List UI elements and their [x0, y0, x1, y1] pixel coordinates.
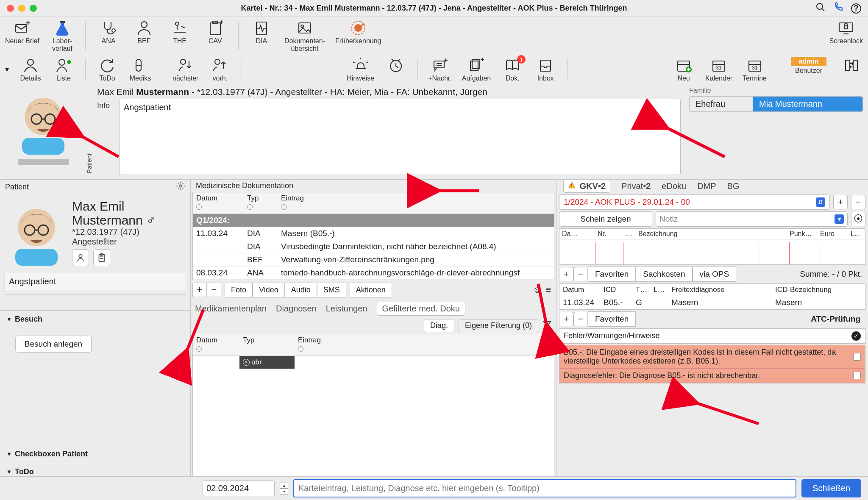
diagnose-remove-button[interactable]: −	[573, 312, 588, 326]
col-punkte[interactable]: Punk…	[787, 229, 818, 239]
col-t[interactable]: T…	[632, 284, 650, 296]
table-row[interactable]: 11.03.24 B05.- G Masern Masern	[559, 296, 865, 309]
leistung-add-button[interactable]: +	[559, 267, 573, 281]
radio-icon[interactable]	[196, 346, 202, 352]
notiz-input[interactable]: Notiz▾	[656, 211, 848, 227]
doc-grid-body[interactable]: Q1/2024: 11.03.24DIAMasern (B05.-) DIAVi…	[193, 214, 554, 280]
foto-button[interactable]: Foto	[225, 283, 253, 297]
tab-edoku[interactable]: eDoku	[662, 181, 686, 191]
tab-leistungen[interactable]: Leistungen	[326, 304, 367, 314]
termine-button[interactable]: 31Termine	[743, 57, 767, 82]
radio-icon[interactable]	[281, 204, 287, 210]
via-ops-button[interactable]: via OPS	[693, 267, 737, 282]
besuch-anlegen-button[interactable]: Besuch anlegen	[15, 336, 92, 353]
the-button[interactable]: THE	[167, 19, 192, 45]
bef-button[interactable]: BEF	[131, 19, 157, 45]
col-bezeichnung[interactable]: Bezeichnung	[636, 229, 787, 239]
atc-pruefung-label[interactable]: ATC-Prüfung	[811, 314, 865, 324]
audio-button[interactable]: Audio	[285, 283, 317, 297]
case-remove-button[interactable]: −	[851, 195, 865, 209]
favoriten-button[interactable]: Favoriten	[588, 267, 636, 282]
col-le[interactable]: Le…	[848, 229, 865, 239]
notiz-extra-button[interactable]: ⦿	[851, 212, 865, 226]
kalender-button[interactable]: 31Kalender	[705, 57, 732, 82]
accordion-besuch[interactable]: ▾Besuch	[0, 310, 190, 328]
clock-button[interactable]	[384, 57, 407, 82]
radio-icon[interactable]	[196, 204, 202, 210]
favoriten2-button[interactable]: Favoriten	[588, 311, 636, 327]
leistung-remove-button[interactable]: −	[573, 267, 588, 281]
lines-icon[interactable]: ≡	[545, 284, 551, 295]
schein-zeigen-button[interactable]: Schein zeigen	[559, 211, 652, 227]
chevron-down-icon[interactable]: ▾	[5, 65, 9, 74]
hinweise-button[interactable]: Hinweise	[347, 57, 374, 82]
dok-button[interactable]: 1Dok.	[501, 57, 524, 82]
date-stepper[interactable]: ▴▾	[280, 483, 288, 494]
neu-button[interactable]: Neu	[672, 57, 695, 82]
table-row[interactable]: DIAVirusbedingte Darminfektion, nicht nä…	[193, 240, 554, 253]
col-eintrag[interactable]: Eintrag	[281, 194, 304, 202]
quick-entry-input[interactable]	[293, 479, 796, 497]
family-member-link[interactable]: Mia Mustermann	[753, 97, 862, 111]
col-l[interactable]: L…	[650, 284, 668, 296]
funnel-icon[interactable]	[542, 320, 552, 331]
frueherkennung-button[interactable]: Früherkennung	[335, 19, 381, 45]
person-detail-icon[interactable]	[72, 249, 89, 266]
step-up-icon[interactable]: ▴	[280, 483, 288, 489]
col-datum[interactable]: Datum	[196, 336, 217, 344]
tab-privat[interactable]: Privat•2	[621, 181, 651, 191]
dokumentenuebersicht-button[interactable]: Dokumenten- übersicht	[284, 19, 325, 52]
tab-medikamentenplan[interactable]: Medikamentenplan	[195, 304, 267, 314]
ana-button[interactable]: ANA	[96, 19, 121, 45]
case-select[interactable]: 1/2024 - AOK PLUS - 29.01.24 - 00⇵	[559, 194, 830, 210]
details-button[interactable]: Details	[19, 57, 42, 82]
remove-button[interactable]: −	[207, 283, 221, 297]
aktionen-button[interactable]: Aktionen	[350, 283, 392, 297]
col-datum[interactable]: Da…	[559, 229, 595, 239]
liste-button[interactable]: Liste	[52, 57, 75, 82]
col-typ[interactable]: Typ	[243, 336, 254, 344]
cav-button[interactable]: CAV	[203, 19, 228, 45]
sachkosten-button[interactable]: Sachkosten	[636, 267, 692, 282]
radio-icon[interactable]	[298, 346, 303, 352]
video-button[interactable]: Video	[253, 283, 285, 297]
patient-info-textarea[interactable]: Angstpatient	[119, 99, 681, 175]
add-button[interactable]: +	[192, 283, 207, 297]
tab-gkv[interactable]: GKV•2	[563, 180, 610, 193]
vorh-button[interactable]: vorh.	[209, 57, 231, 82]
diagnose-add-button[interactable]: +	[559, 312, 573, 326]
col-euro[interactable]: Euro	[818, 229, 848, 239]
table-row[interactable]: BEFVerwaltung-von-Ziffereinschränkungen.…	[193, 253, 554, 267]
aufgaben-button[interactable]: Aufgaben	[462, 57, 491, 82]
nachricht-button[interactable]: +Nachr.	[428, 57, 452, 82]
clear-filter-icon[interactable]: ×	[243, 359, 250, 366]
col-icd[interactable]: ICD	[600, 284, 632, 296]
col-datum[interactable]: Datum	[196, 194, 217, 202]
col-datum[interactable]: Datum	[559, 284, 600, 296]
fehler-checkbox[interactable]	[853, 353, 861, 361]
col-more[interactable]: …	[623, 229, 636, 239]
neuer-brief-button[interactable]: Neuer Brief	[5, 19, 39, 45]
gear-icon[interactable]	[176, 181, 185, 193]
benutzer-button[interactable]: admin Benutzer	[787, 57, 830, 75]
typ-filter-chip[interactable]: ×abr	[239, 356, 295, 369]
col-eintrag[interactable]: Eintrag	[298, 336, 321, 344]
leistungen-grid[interactable]: Da… Nr. … Bezeichnung Punk… Euro Le…	[559, 228, 865, 265]
accordion-checkboxen[interactable]: ▾Checkboxen Patient	[0, 445, 190, 463]
smiley-icon[interactable]: ☺	[533, 284, 542, 295]
tab-gefilterte-doku[interactable]: Gefilterte med. Doku	[377, 302, 465, 316]
radio-icon[interactable]	[247, 204, 253, 210]
date-field[interactable]: 02.09.2024	[203, 481, 275, 496]
tab-bg[interactable]: BG	[727, 181, 740, 191]
schliessen-button[interactable]: Schließen	[801, 479, 861, 497]
col-nr[interactable]: Nr.	[595, 229, 623, 239]
fehler-checkbox[interactable]	[853, 372, 861, 379]
eigene-filterung-button[interactable]: Eigene Filterung (0)	[459, 319, 538, 332]
clipboard-icon[interactable]	[93, 249, 110, 266]
mediks-button[interactable]: Mediks	[129, 57, 152, 82]
col-typ[interactable]: Typ	[247, 194, 259, 202]
todo-button[interactable]: ToDo	[96, 57, 119, 82]
col-freitext[interactable]: Freitextdiagnose	[668, 284, 772, 296]
naechster-button[interactable]: nächster	[172, 57, 198, 82]
step-down-icon[interactable]: ▾	[280, 489, 288, 494]
